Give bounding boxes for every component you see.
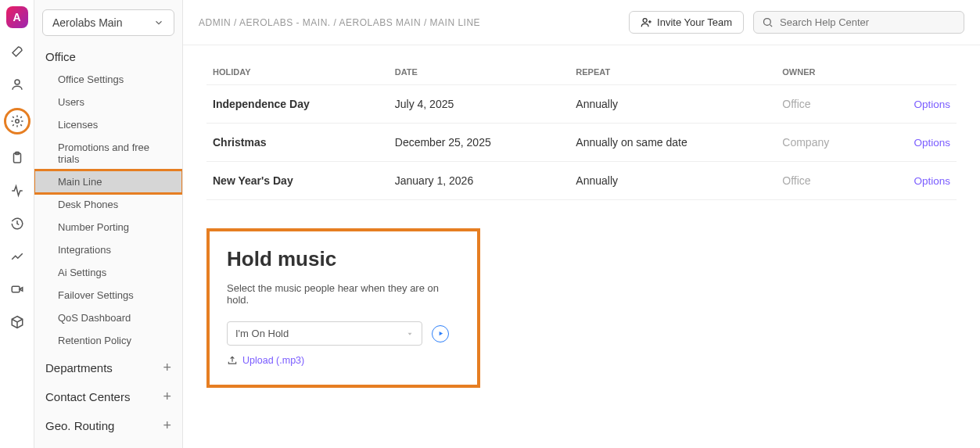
breadcrumb: ADMIN / AEROLABS - MAIN. / AEROLABS MAIN… [199,17,619,28]
sidebar-item-number-porting[interactable]: Number Porting [34,216,182,238]
clipboard-icon[interactable] [8,149,27,167]
play-button[interactable] [432,325,449,342]
sidebar-item-main-line[interactable]: Main Line [34,170,182,193]
svg-rect-4 [12,286,20,292]
app-logo[interactable]: A [6,6,28,28]
hold-music-title: Hold music [227,247,460,271]
workspace-selector[interactable]: Aerolabs Main [42,9,174,36]
user-plus-icon [641,16,652,28]
cell-repeat: Annually [569,85,776,124]
chevron-down-icon [153,17,164,28]
cell-holiday: Independence Day [206,85,389,124]
add-contact-center-button[interactable]: + [163,389,171,405]
content-scroll: HOLIDAY DATE REPEAT OWNER Independence D… [183,45,980,448]
invite-team-button[interactable]: Invite Your Team [629,11,744,34]
gear-icon[interactable] [4,108,31,134]
invite-label: Invite Your Team [657,16,732,28]
history-icon[interactable] [8,214,27,233]
hold-music-desc: Select the music people hear when they a… [227,282,460,306]
upload-label: Upload (.mp3) [242,355,304,366]
cell-owner: Office [776,85,875,124]
options-link[interactable]: Options [914,137,950,149]
sidebar-item-retention[interactable]: Retention Policy [34,329,182,352]
cell-date: December 25, 2025 [389,124,570,162]
dropdown-triangle-icon [406,330,414,338]
user-icon[interactable] [8,75,27,94]
cell-holiday: Christmas [206,124,389,162]
sidebar-item-office-settings[interactable]: Office Settings [34,68,182,91]
cell-holiday: New Year's Day [206,162,389,200]
upload-icon [227,355,238,366]
table-row: Independence Day July 4, 2025 Annually O… [206,85,957,124]
cell-owner: Office [776,162,875,200]
cell-date: July 4, 2025 [389,85,570,124]
sidebar-item-integrations[interactable]: Integrations [34,238,182,261]
cell-repeat: Annually [569,162,776,200]
table-row: New Year's Day January 1, 2026 Annually … [206,162,957,200]
sidebar-item-failover[interactable]: Failover Settings [34,284,182,306]
th-owner: OWNER [776,59,875,85]
main-area: ADMIN / AEROLABS - MAIN. / AEROLABS MAIN… [183,0,980,448]
search-input[interactable] [780,16,956,28]
hold-music-section: Hold music Select the music people hear … [206,228,480,388]
sidebar-item-desk-phones[interactable]: Desk Phones [34,193,182,216]
cube-icon[interactable] [8,313,27,332]
add-geo-routing-button[interactable]: + [163,418,171,434]
svg-point-0 [15,80,20,84]
options-link[interactable]: Options [914,175,950,187]
cell-owner: Company [776,124,875,162]
add-department-button[interactable]: + [163,360,171,376]
section-office[interactable]: Office [34,42,182,68]
sidebar-item-users[interactable]: Users [34,91,182,113]
section-geo-routing[interactable]: Geo. Routing + [34,410,182,439]
video-icon[interactable] [8,280,27,299]
hold-music-value: I'm On Hold [235,328,289,339]
workspace-label: Aerolabs Main [52,16,123,29]
departments-label: Departments [45,361,113,375]
svg-point-1 [15,120,19,124]
sidebar: Aerolabs Main Office Office Settings Use… [34,0,183,448]
cell-date: January 1, 2026 [389,162,570,200]
sidebar-item-ai-settings[interactable]: Ai Settings [34,261,182,284]
search-icon [762,16,774,28]
sidebar-item-licenses[interactable]: Licenses [34,113,182,136]
th-repeat: REPEAT [569,59,776,85]
activity-icon[interactable] [8,181,27,200]
cell-repeat: Annually on same date [569,124,776,162]
hold-music-select[interactable]: I'm On Hold [227,321,422,346]
section-contact-centers[interactable]: Contact Centers + [34,381,182,410]
svg-point-6 [764,19,771,26]
search-help-box[interactable] [753,11,964,34]
section-departments[interactable]: Departments + [34,352,182,381]
trend-icon[interactable] [8,247,27,266]
sidebar-item-qos[interactable]: QoS Dashboard [34,306,182,329]
icon-rail: A [0,0,34,448]
svg-point-5 [643,19,647,23]
rocket-icon[interactable] [8,42,27,61]
upload-mp3-link[interactable]: Upload (.mp3) [227,355,460,366]
georouting-label: Geo. Routing [45,419,114,432]
th-date: DATE [389,59,570,85]
topbar: ADMIN / AEROLABS - MAIN. / AEROLABS MAIN… [183,0,980,45]
table-row: Christmas December 25, 2025 Annually on … [206,124,957,162]
options-link[interactable]: Options [914,99,950,110]
th-holiday: HOLIDAY [206,59,389,85]
contactcenters-label: Contact Centers [45,390,130,403]
sidebar-item-promotions[interactable]: Promotions and free trials [34,136,182,170]
holidays-table: HOLIDAY DATE REPEAT OWNER Independence D… [206,59,957,200]
play-icon [437,330,444,337]
